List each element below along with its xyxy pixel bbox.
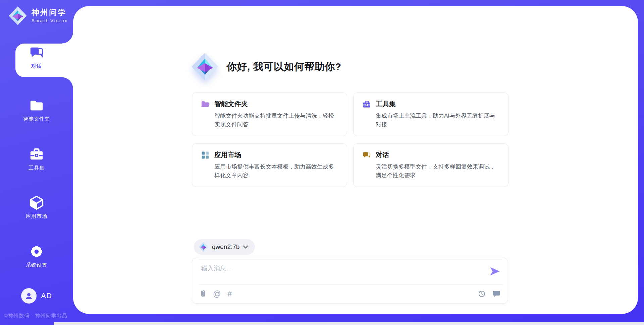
paperclip-icon: [200, 290, 206, 298]
sidebar-item-toolset[interactable]: 工具集: [0, 147, 73, 171]
card-title: 工具集: [376, 100, 396, 109]
chat-bubbles-icon: [29, 45, 44, 60]
apps-grid-icon: [201, 151, 210, 159]
card-smart-folder[interactable]: 智能文件夹 智能文件夹功能支持批量文件上传与清洗，轻松实现文件问答: [192, 92, 347, 136]
history-icon: [478, 290, 486, 298]
sidebar-item-label: 智能文件夹: [23, 116, 50, 122]
copyright-footer: ©神州数码 · 神州问学出品: [4, 313, 67, 319]
chevron-down-icon: [243, 245, 248, 249]
sidebar-item-app-market[interactable]: 应用市场: [0, 195, 73, 219]
sidebar: 神州问学 Smart Vision 对话: [0, 0, 73, 325]
feature-cards: 智能文件夹 智能文件夹功能支持批量文件上传与清洗，轻松实现文件问答 工具集 集成…: [192, 92, 508, 187]
composer-divider: [199, 284, 503, 285]
card-header: 智能文件夹: [201, 100, 338, 109]
avatar: [21, 288, 37, 304]
message-input[interactable]: [200, 263, 475, 282]
card-app-market[interactable]: 应用市场 应用市场提供丰富长文本模板，助力高效生成多样化文章内容: [192, 143, 347, 187]
greeting: 你好, 我可以如何帮助你?: [191, 52, 341, 82]
sidebar-item-label: 应用市场: [26, 213, 47, 219]
card-title: 应用市场: [214, 150, 241, 159]
folder-icon: [29, 98, 44, 113]
greeting-title: 你好, 我可以如何帮助你?: [227, 60, 341, 74]
sidebar-item-label: 工具集: [29, 165, 45, 171]
sidebar-item-chat[interactable]: 对话: [0, 45, 73, 69]
composer-tools-right: [478, 290, 500, 298]
card-description: 应用市场提供丰富长文本模板，助力高效生成多样化文章内容: [214, 162, 338, 180]
brand: 神州问学 Smart Vision: [8, 6, 68, 25]
card-description: 集成市场上主流工具，助力AI与外界无缝扩展与对接: [376, 112, 499, 129]
card-header: 应用市场: [201, 150, 338, 159]
sidebar-item-label: 系统设置: [26, 262, 47, 268]
mention-button[interactable]: @: [213, 290, 221, 298]
model-selector[interactable]: qwen2:7b: [194, 239, 255, 255]
assistant-logo-icon: [191, 52, 219, 82]
history-button[interactable]: [478, 290, 486, 298]
sidebar-item-smart-folder[interactable]: 智能文件夹: [0, 98, 73, 122]
user-profile[interactable]: AD: [0, 288, 73, 304]
card-toolset[interactable]: 工具集 集成市场上主流工具，助力AI与外界无缝扩展与对接: [353, 92, 508, 136]
conversation-button[interactable]: [492, 290, 500, 298]
card-header: 工具集: [362, 100, 499, 109]
card-title: 智能文件夹: [214, 100, 248, 109]
card-chat[interactable]: 对话 灵活切换多模型文件，支持多样回复效果调试，满足个性化需求: [353, 143, 508, 187]
brand-diamond-icon: [8, 6, 28, 25]
composer-toolbar: @ #: [200, 287, 500, 300]
folder-open-icon: [201, 100, 210, 109]
send-button[interactable]: [489, 266, 500, 276]
send-icon: [489, 266, 500, 277]
toolbox-icon: [29, 147, 44, 162]
topic-button[interactable]: #: [227, 290, 232, 298]
horizontal-scrollbar[interactable]: [54, 322, 644, 325]
hash-icon: #: [227, 290, 232, 298]
card-header: 对话: [362, 150, 499, 159]
chat-bubbles-icon: [362, 151, 371, 159]
brand-text: 神州问学 Smart Vision: [32, 8, 68, 23]
brand-name: 神州问学: [32, 8, 68, 17]
main-panel: 你好, 我可以如何帮助你? 智能文件夹 智能文件夹功能支持批量文件上传与清洗，轻…: [73, 6, 638, 314]
briefcase-icon: [362, 100, 371, 109]
composer-tools-left: @ #: [200, 290, 232, 298]
user-initials: AD: [41, 291, 52, 300]
message-input-box: @ #: [192, 258, 508, 304]
sidebar-item-settings[interactable]: 系统设置: [0, 244, 73, 268]
card-description: 灵活切换多模型文件，支持多样回复效果调试，满足个性化需求: [376, 162, 499, 180]
at-sign-icon: @: [213, 290, 221, 298]
attach-file-button[interactable]: [200, 290, 206, 298]
sidebar-item-label: 对话: [31, 63, 42, 69]
model-name: qwen2:7b: [212, 243, 239, 251]
card-description: 智能文件夹功能支持批量文件上传与清洗，轻松实现文件问答: [214, 112, 338, 129]
card-title: 对话: [376, 150, 389, 159]
chat-bubble-icon: [492, 290, 500, 298]
brand-subtitle: Smart Vision: [32, 18, 68, 23]
model-logo-icon: [199, 242, 209, 252]
cube-icon: [29, 195, 44, 210]
app-window: 神州问学 Smart Vision 对话: [0, 0, 644, 325]
person-icon: [24, 291, 34, 301]
gear-icon: [29, 244, 44, 259]
